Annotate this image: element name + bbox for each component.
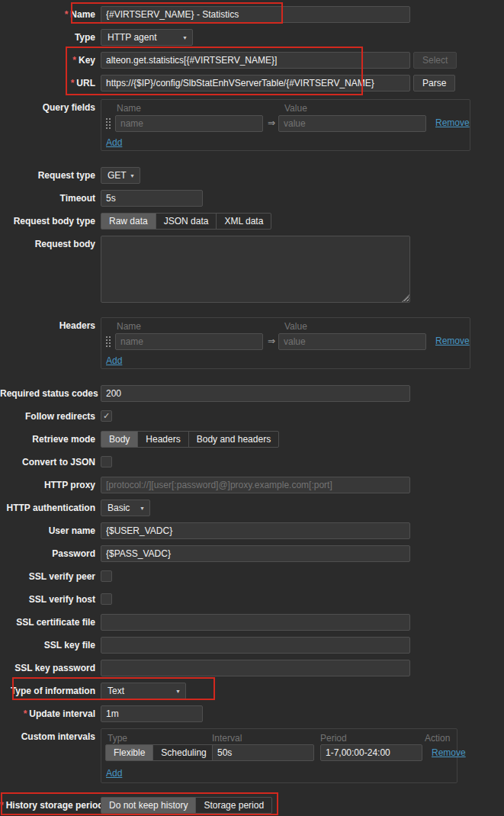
query-field-name-input[interactable] xyxy=(115,115,263,132)
name-input[interactable] xyxy=(101,6,410,23)
retrieve-mode-option-body-and-headers[interactable]: Body and headers xyxy=(188,431,279,448)
required-marker: * xyxy=(0,800,4,811)
history-storage-period-label: *History storage period xyxy=(0,800,95,811)
custom-interval-remove-link[interactable]: Remove xyxy=(432,747,466,758)
required-marker: * xyxy=(71,78,75,88)
key-input[interactable] xyxy=(101,52,410,69)
history-storage-period-label-text: History storage period xyxy=(6,800,104,811)
drag-handle-icon[interactable] xyxy=(105,336,111,347)
url-label-text: URL xyxy=(76,78,95,88)
request-body-type-option-raw-data[interactable]: Raw data xyxy=(101,213,156,230)
retrieve-mode-option-headers[interactable]: Headers xyxy=(137,431,188,448)
form-row-update-interval: *Update interval xyxy=(0,705,504,722)
request-type-label-text: Request type xyxy=(38,170,95,181)
form-row-ssl-verify-peer: SSL verify peer xyxy=(0,568,504,585)
password-label: Password xyxy=(0,548,95,559)
ssl-verify-host-checkbox[interactable] xyxy=(101,593,112,605)
query-field-add-link[interactable]: Add xyxy=(106,137,122,148)
header-remove-link[interactable]: Remove xyxy=(435,336,470,346)
type-of-information-select[interactable]: Text ▼ xyxy=(101,683,186,699)
map-arrow-icon: ⇒ xyxy=(268,336,275,346)
form-row-user-name: User name xyxy=(0,522,504,539)
request-body-label: Request body xyxy=(0,239,95,249)
required-status-codes-input[interactable] xyxy=(101,385,410,402)
query-field-value-input[interactable] xyxy=(278,115,426,132)
retrieve-mode-segmented: Body Headers Body and headers xyxy=(101,431,279,448)
update-interval-label: *Update interval xyxy=(0,708,95,719)
request-body-type-option-xml-data[interactable]: XML data xyxy=(216,213,271,230)
user-name-input[interactable] xyxy=(101,522,410,539)
header-add-link[interactable]: Add xyxy=(106,355,122,366)
custom-intervals-label-text: Custom intervals xyxy=(21,731,95,742)
custom-interval-period-input[interactable] xyxy=(320,744,422,761)
form-row-ssl-key-password: SSL key password xyxy=(0,660,504,676)
check-icon: ✓ xyxy=(103,412,110,420)
custom-intervals-period-column-header: Period xyxy=(320,733,347,744)
url-input[interactable] xyxy=(101,75,410,92)
ssl-verify-peer-label: SSL verify peer xyxy=(0,571,95,582)
ssl-verify-peer-checkbox[interactable] xyxy=(101,570,112,582)
form-row-retrieve-mode: Retrieve mode Body Headers Body and head… xyxy=(0,431,504,448)
history-storage-option-storage-period[interactable]: Storage period xyxy=(195,797,272,814)
password-label-text: Password xyxy=(52,548,95,559)
custom-interval-add-link[interactable]: Add xyxy=(106,768,122,779)
follow-redirects-label-text: Follow redirects xyxy=(25,411,95,422)
form-row-request-body-type: Request body type Raw data JSON data XML… xyxy=(0,213,504,230)
request-type-select[interactable]: GET ▼ xyxy=(101,167,140,184)
ssl-key-password-input[interactable] xyxy=(101,660,410,676)
header-name-input[interactable] xyxy=(115,333,263,350)
convert-to-json-checkbox[interactable] xyxy=(101,456,112,467)
history-storage-period-segmented: Do not keep history Storage period xyxy=(101,797,272,814)
custom-interval-type-option-scheduling[interactable]: Scheduling xyxy=(152,744,214,761)
retrieve-mode-label-text: Retrieve mode xyxy=(32,434,95,445)
request-body-textarea[interactable] xyxy=(101,236,410,303)
form-row-type-of-information: Type of information Text ▼ xyxy=(0,683,504,699)
ssl-key-file-input[interactable] xyxy=(101,637,410,654)
name-label-text: Name xyxy=(70,9,95,20)
key-select-button[interactable]: Select xyxy=(413,52,457,69)
custom-interval-type-segmented: Flexible Scheduling xyxy=(105,744,215,761)
key-label-text: Key xyxy=(79,55,95,66)
query-fields-value-column-header: Value xyxy=(284,103,307,114)
history-storage-option-do-not-keep-history[interactable]: Do not keep history xyxy=(101,797,196,814)
form-row-headers: Headers Name Value ⇒ Remove Add xyxy=(0,317,504,369)
retrieve-mode-label: Retrieve mode xyxy=(0,434,95,445)
convert-to-json-label: Convert to JSON xyxy=(0,457,95,467)
custom-interval-type-option-flexible[interactable]: Flexible xyxy=(105,744,153,761)
form-row-query-fields: Query fields Name Value ⇒ Remove Add xyxy=(0,99,504,151)
form-row-http-authentication: HTTP authentication Basic ▼ xyxy=(0,500,504,516)
follow-redirects-checkbox[interactable]: ✓ xyxy=(101,410,112,422)
request-type-label: Request type xyxy=(0,170,95,181)
type-of-information-label: Type of information xyxy=(0,686,95,696)
http-authentication-select[interactable]: Basic ▼ xyxy=(101,500,150,516)
drag-handle-icon[interactable] xyxy=(105,117,111,129)
headers-value-column-header: Value xyxy=(284,321,307,332)
headers-label: Headers xyxy=(0,320,95,331)
ssl-certificate-file-input[interactable] xyxy=(101,614,410,631)
chevron-down-icon: ▼ xyxy=(140,506,145,511)
item-configuration-form: { "ui": { "required_marker": "*", "arrow… xyxy=(0,0,504,816)
retrieve-mode-option-body[interactable]: Body xyxy=(101,431,138,448)
url-parse-button[interactable]: Parse xyxy=(413,75,455,92)
query-fields-table: Name Value ⇒ Remove Add xyxy=(101,99,470,151)
http-proxy-input[interactable] xyxy=(101,477,410,493)
type-select[interactable]: HTTP agent ▼ xyxy=(101,29,193,46)
request-body-type-label: Request body type xyxy=(0,216,95,226)
ssl-key-file-label: SSL key file xyxy=(0,640,95,651)
url-label: *URL xyxy=(0,78,95,88)
follow-redirects-label: Follow redirects xyxy=(0,411,95,422)
timeout-input[interactable] xyxy=(101,190,203,207)
header-value-input[interactable] xyxy=(278,333,426,350)
form-row-ssl-key-file: SSL key file xyxy=(0,637,504,654)
form-row-convert-to-json: Convert to JSON xyxy=(0,454,504,471)
headers-label-text: Headers xyxy=(59,320,95,331)
ssl-verify-host-label: SSL verify host xyxy=(0,594,95,605)
password-input[interactable] xyxy=(101,545,410,562)
custom-interval-interval-input[interactable] xyxy=(212,744,314,761)
request-body-type-option-json-data[interactable]: JSON data xyxy=(156,213,217,230)
update-interval-input[interactable] xyxy=(101,705,203,722)
http-authentication-label-text: HTTP authentication xyxy=(7,503,95,513)
ssl-key-file-label-text: SSL key file xyxy=(44,640,95,651)
headers-name-column-header: Name xyxy=(117,321,141,332)
query-field-remove-link[interactable]: Remove xyxy=(435,117,470,128)
